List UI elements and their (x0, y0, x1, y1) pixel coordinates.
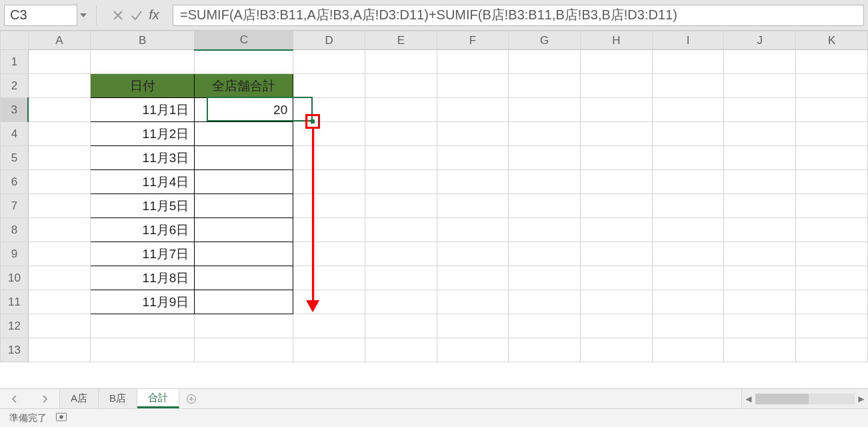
cell-B13[interactable] (91, 338, 195, 362)
cell-E2[interactable] (365, 74, 437, 98)
cell-H8[interactable] (581, 218, 653, 242)
cell-F12[interactable] (437, 314, 509, 338)
cell-I12[interactable] (652, 314, 724, 338)
row-header-9[interactable]: 9 (1, 242, 29, 266)
cell-J13[interactable] (724, 338, 796, 362)
row-header-1[interactable]: 1 (1, 50, 29, 74)
cell-J3[interactable] (724, 98, 796, 122)
cell-E13[interactable] (365, 338, 437, 362)
sheet-nav-next[interactable] (41, 393, 48, 404)
cell-J10[interactable] (724, 266, 796, 290)
cell-H2[interactable] (581, 74, 653, 98)
row-header-10[interactable]: 10 (1, 266, 29, 290)
cell-H12[interactable] (581, 314, 653, 338)
cell-A12[interactable] (28, 314, 90, 338)
cell-G1[interactable] (509, 50, 581, 74)
cell-F9[interactable] (437, 242, 509, 266)
formula-input[interactable]: =SUMIF(A店!B3:B11,A店!B3,A店!D3:D11)+SUMIF(… (173, 5, 864, 26)
cell-A3[interactable] (28, 98, 90, 122)
column-header-I[interactable]: I (652, 31, 724, 50)
cell-G5[interactable] (509, 146, 581, 170)
column-header-F[interactable]: F (437, 31, 509, 50)
cell-E7[interactable] (365, 194, 437, 218)
cell-H5[interactable] (581, 146, 653, 170)
cell-B4[interactable]: 11月2日 (91, 122, 195, 146)
sheet-tab-2[interactable]: 合計 (137, 389, 179, 408)
cell-G12[interactable] (509, 314, 581, 338)
cell-C6[interactable] (195, 170, 293, 194)
insert-function-button[interactable]: fx (146, 5, 165, 25)
cell-H3[interactable] (581, 98, 653, 122)
cell-D4[interactable] (293, 122, 365, 146)
cell-H11[interactable] (581, 290, 653, 314)
cell-B6[interactable]: 11月4日 (91, 170, 195, 194)
cell-C10[interactable] (195, 266, 293, 290)
cell-G6[interactable] (509, 170, 581, 194)
cell-J2[interactable] (724, 74, 796, 98)
cell-E9[interactable] (365, 242, 437, 266)
cell-D5[interactable] (293, 146, 365, 170)
cell-I5[interactable] (652, 146, 724, 170)
cell-E6[interactable] (365, 170, 437, 194)
cell-B2[interactable]: 日付 (91, 74, 195, 98)
row-header-4[interactable]: 4 (1, 122, 29, 146)
row-header-13[interactable]: 13 (1, 338, 29, 362)
cell-A11[interactable] (28, 290, 90, 314)
cell-C5[interactable] (195, 146, 293, 170)
cell-A5[interactable] (28, 146, 90, 170)
cell-A10[interactable] (28, 266, 90, 290)
cell-J12[interactable] (724, 314, 796, 338)
cell-C7[interactable] (195, 194, 293, 218)
cell-F3[interactable] (437, 98, 509, 122)
cell-E4[interactable] (365, 122, 437, 146)
cell-D1[interactable] (293, 50, 365, 74)
cell-F4[interactable] (437, 122, 509, 146)
cell-B10[interactable]: 11月8日 (91, 266, 195, 290)
row-header-8[interactable]: 8 (1, 218, 29, 242)
cell-F2[interactable] (437, 74, 509, 98)
scroll-right-icon[interactable]: ► (855, 393, 868, 404)
cell-D6[interactable] (293, 170, 365, 194)
cell-B7[interactable]: 11月5日 (91, 194, 195, 218)
cell-E12[interactable] (365, 314, 437, 338)
cell-C1[interactable] (195, 50, 293, 74)
cell-C4[interactable] (195, 122, 293, 146)
cell-A9[interactable] (28, 242, 90, 266)
column-header-H[interactable]: H (581, 31, 653, 50)
cell-I11[interactable] (652, 290, 724, 314)
cell-H4[interactable] (581, 122, 653, 146)
cell-A8[interactable] (28, 218, 90, 242)
cell-G3[interactable] (509, 98, 581, 122)
cell-I8[interactable] (652, 218, 724, 242)
cell-J8[interactable] (724, 218, 796, 242)
cell-B5[interactable]: 11月3日 (91, 146, 195, 170)
cell-D3[interactable] (293, 98, 365, 122)
cell-B9[interactable]: 11月7日 (91, 242, 195, 266)
cell-G13[interactable] (509, 338, 581, 362)
cell-G8[interactable] (509, 218, 581, 242)
cell-I7[interactable] (652, 194, 724, 218)
worksheet-grid[interactable]: ABCDEFGHIJK12日付全店舗合計311月1日20411月2日511月3日… (0, 31, 868, 388)
cell-C3[interactable]: 20 (195, 98, 293, 122)
cell-I9[interactable] (652, 242, 724, 266)
cell-H1[interactable] (581, 50, 653, 74)
scroll-track[interactable] (755, 394, 855, 404)
cell-C8[interactable] (195, 218, 293, 242)
cell-A4[interactable] (28, 122, 90, 146)
cell-J7[interactable] (724, 194, 796, 218)
cell-E11[interactable] (365, 290, 437, 314)
cell-B11[interactable]: 11月9日 (91, 290, 195, 314)
row-header-12[interactable]: 12 (1, 314, 29, 338)
name-box-dropdown[interactable] (77, 13, 89, 17)
cell-F1[interactable] (437, 50, 509, 74)
cell-K12[interactable] (796, 314, 868, 338)
cell-D10[interactable] (293, 266, 365, 290)
cell-G10[interactable] (509, 266, 581, 290)
name-box[interactable]: C3 (4, 5, 77, 26)
cell-D8[interactable] (293, 218, 365, 242)
cell-F11[interactable] (437, 290, 509, 314)
sheet-tab-1[interactable]: B店 (99, 389, 137, 408)
cell-A6[interactable] (28, 170, 90, 194)
cell-C11[interactable] (195, 290, 293, 314)
cell-D11[interactable] (293, 290, 365, 314)
